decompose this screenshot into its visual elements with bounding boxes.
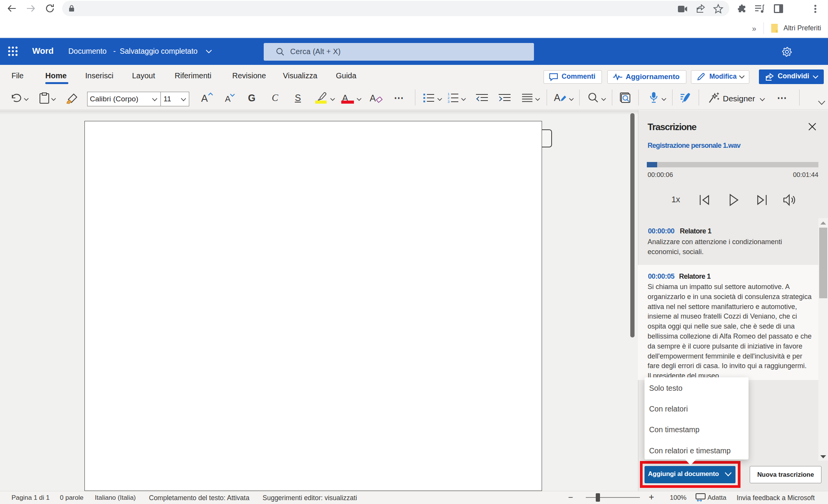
svg-text:2: 2 [448, 96, 450, 100]
svg-text:1: 1 [448, 93, 450, 96]
svg-text:3: 3 [448, 100, 450, 103]
